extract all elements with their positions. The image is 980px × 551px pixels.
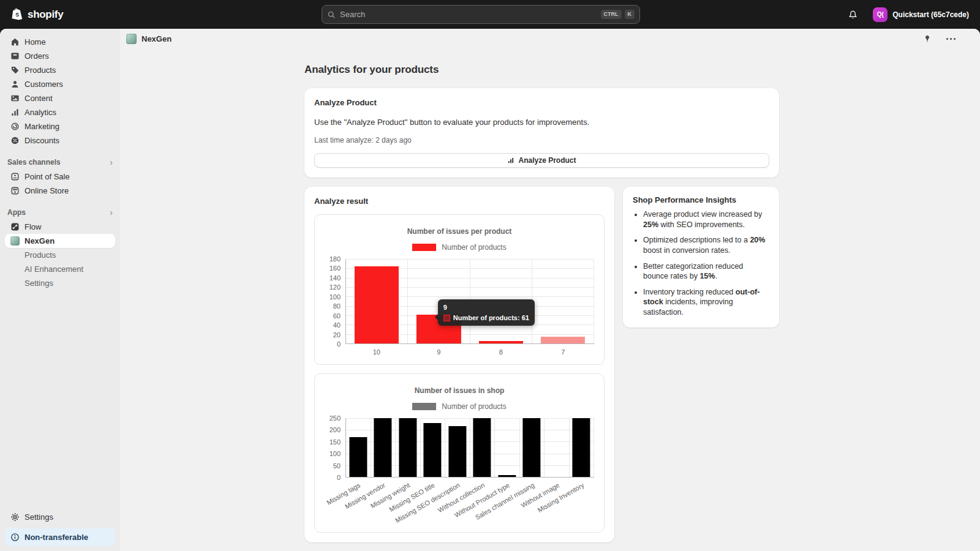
bar[interactable] — [473, 418, 491, 477]
sidebar: Home Orders Products Customers C — [0, 29, 120, 551]
tooltip-swatch — [443, 315, 450, 321]
bar-slot — [371, 418, 396, 477]
sidebar-item-customers[interactable]: Customers — [5, 77, 115, 91]
analyze-product-button[interactable]: Analyze Product — [314, 153, 769, 168]
sidebar-item-nexgen-ai-enhancement[interactable]: AI Enhancement — [5, 262, 115, 276]
x-tick-label: 10 — [345, 348, 408, 358]
tooltip-title: 9 — [443, 304, 529, 311]
content-icon — [10, 94, 20, 103]
insights-list: Average product view increased by 25% wi… — [633, 209, 769, 318]
flow-icon — [10, 222, 20, 232]
legend-label: Number of products — [442, 402, 506, 411]
shop-performance-insights-card: Shop Performance Insights Average produc… — [623, 187, 779, 328]
legend-swatch — [412, 403, 436, 410]
gear-icon — [10, 512, 20, 522]
bar-chart-icon — [507, 157, 514, 164]
avatar: Q( — [873, 7, 888, 22]
sidebar-item-marketing[interactable]: Marketing — [5, 119, 115, 133]
analyze-result-card: Analyze result Number of issues per prod… — [304, 187, 614, 542]
sidebar-item-products[interactable]: Products — [5, 63, 115, 77]
nexgen-icon — [10, 236, 20, 246]
y-tick-label: 0 — [337, 340, 341, 348]
bar-slot — [495, 418, 520, 477]
chevron-right-icon[interactable]: › — [110, 157, 113, 167]
bar[interactable] — [349, 437, 367, 477]
search-input[interactable] — [340, 10, 598, 19]
bar-slot — [545, 418, 570, 477]
x-tick-label: Missing Inventory — [537, 481, 586, 514]
kbd-ctrl: CTRL — [601, 10, 622, 19]
bar-slot — [470, 418, 496, 477]
insight-item: Average product view increased by 25% wi… — [643, 209, 769, 230]
sidebar-item-nexgen[interactable]: NexGen — [5, 234, 115, 248]
ellipsis-icon — [946, 38, 956, 40]
nexgen-app-icon — [126, 34, 137, 44]
sidebar-item-content[interactable]: Content — [5, 91, 115, 105]
shopify-admin: S shopify CTRL K Q( Quickstart (65c7c — [0, 0, 980, 551]
kbd-k: K — [625, 10, 635, 19]
discounts-icon — [10, 136, 20, 146]
chart-body: 1801601401201008060402009Number of produ… — [325, 259, 594, 344]
analyze-card-title: Analyze Product — [314, 98, 769, 107]
more-actions-button[interactable] — [943, 32, 958, 47]
y-tick-label: 150 — [330, 438, 341, 446]
sidebar-item-analytics[interactable]: Analytics — [5, 105, 115, 119]
pin-button[interactable] — [920, 32, 935, 47]
analytics-icon — [10, 108, 20, 118]
sidebar-item-nexgen-products[interactable]: Products — [5, 248, 115, 262]
sidebar-item-flow[interactable]: Flow — [5, 220, 115, 234]
plot-area: 9Number of products: 61 — [345, 259, 594, 344]
bar[interactable] — [424, 423, 442, 477]
sidebar-item-point-of-sale[interactable]: Point of Sale — [5, 170, 115, 184]
non-transferable-banner[interactable]: Non-transferable — [5, 528, 115, 546]
sidebar-item-discounts[interactable]: Discounts — [5, 133, 115, 148]
bar[interactable] — [541, 337, 585, 344]
y-tick-label: 250 — [330, 414, 341, 422]
search-icon — [327, 10, 336, 19]
home-icon — [10, 37, 20, 47]
sidebar-item-home[interactable]: Home — [5, 35, 115, 49]
issues-per-product-bar-chart[interactable]: Number of issues per productNumber of pr… — [325, 227, 594, 358]
bar[interactable] — [479, 341, 523, 343]
issues-in-shop-bar-chart[interactable]: Number of issues in shopNumber of produc… — [325, 386, 594, 526]
x-axis: 10987 — [345, 348, 594, 358]
bar[interactable] — [523, 418, 541, 477]
y-tick-label: 50 — [333, 462, 341, 470]
account-menu[interactable]: Q( Quickstart (65c7cede) — [870, 5, 974, 24]
sidebar-item-orders[interactable]: Orders — [5, 49, 115, 63]
pin-icon — [923, 35, 932, 43]
bar[interactable] — [374, 418, 392, 477]
chart-title: Number of issues per product — [325, 227, 594, 236]
sidebar-item-online-store[interactable]: Online Store — [5, 184, 115, 198]
sidebar-item-settings[interactable]: Settings — [5, 510, 115, 524]
chevron-right-icon[interactable]: › — [110, 208, 113, 217]
sidebar-item-nexgen-settings[interactable]: Settings — [5, 276, 115, 290]
info-icon — [10, 533, 20, 542]
shopify-wordmark: shopify — [28, 9, 63, 21]
global-search[interactable]: CTRL K — [322, 5, 640, 24]
topbar-right: Q( Quickstart (65c7cede) — [843, 0, 974, 29]
chart-legend: Number of products — [325, 402, 594, 411]
y-axis: 180160140120100806040200 — [325, 259, 345, 344]
bar[interactable] — [448, 426, 466, 477]
insights-title: Shop Performance Insights — [633, 195, 769, 204]
bar-slot — [346, 418, 371, 477]
bar-slot — [396, 418, 421, 477]
x-tick-label: 8 — [470, 348, 532, 358]
y-tick-label: 100 — [330, 450, 341, 457]
bar[interactable] — [573, 418, 590, 477]
bar[interactable] — [355, 266, 399, 344]
y-tick-label: 40 — [333, 321, 341, 329]
y-tick-label: 80 — [333, 302, 341, 310]
tooltip-line: Number of products: 61 — [443, 314, 529, 321]
bar[interactable] — [498, 475, 516, 477]
bar-slot — [532, 259, 594, 343]
y-tick-label: 120 — [330, 283, 341, 291]
app-header-title: NexGen — [141, 34, 172, 43]
x-tick-label: 9 — [408, 348, 470, 358]
last-analyze-timestamp: Last time analyze: 2 days ago — [314, 136, 769, 144]
chart-card-issues-per-product: Number of issues per productNumber of pr… — [314, 214, 605, 365]
shopify-logo[interactable]: S shopify — [0, 7, 63, 21]
notifications-button[interactable] — [843, 6, 862, 24]
bar[interactable] — [399, 418, 417, 477]
